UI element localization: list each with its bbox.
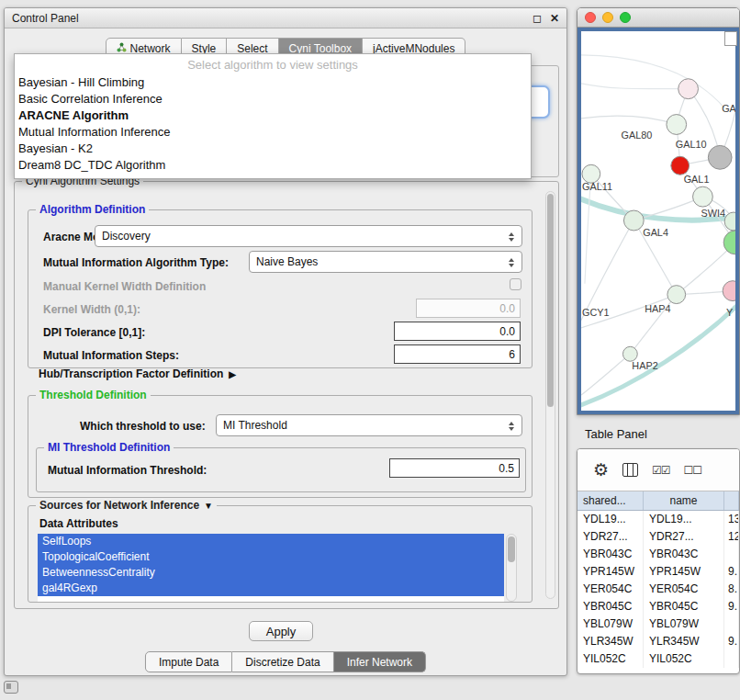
hub-definition-disclosure[interactable]: Hub/Transcription Factor Definition ▶	[39, 367, 236, 380]
table-row[interactable]: YBR045CYBR045C9.	[577, 598, 739, 615]
table-row[interactable]: YBR043CYBR043C	[577, 546, 739, 563]
algorithm-option[interactable]: Bayesian - Hill Climbing	[15, 74, 531, 91]
table-row[interactable]: YDR27...YDR27...12	[577, 528, 739, 546]
network-node[interactable]	[724, 212, 735, 231]
column-header[interactable]: shared...	[577, 491, 644, 510]
tab-infer-network[interactable]: Infer Network	[334, 651, 426, 672]
gear-icon[interactable]: ⚙	[593, 461, 609, 479]
tab-impute-data[interactable]: Impute Data	[145, 651, 232, 672]
sources-group: Sources for Network Inference ▼ Data Att…	[28, 505, 533, 603]
network-window-titlebar	[577, 8, 739, 28]
attribute-item[interactable]: TopologicalCoefficient	[38, 549, 504, 565]
select-all-icon[interactable]: ☑☑	[652, 464, 670, 477]
column-header[interactable]: name	[644, 491, 724, 510]
node-label: Y	[726, 306, 734, 317]
algorithm-option[interactable]: Dream8 DC_TDC Algorithm	[15, 157, 531, 174]
sources-disclosure[interactable]: Sources for Network Inference ▼	[36, 499, 217, 512]
network-edge[interactable]	[581, 55, 724, 108]
data-attributes-label: Data Attributes	[39, 517, 118, 530]
table-toolbar: ⚙ ☑☑ ☐☐	[577, 449, 739, 491]
node-label: GAL	[722, 103, 735, 114]
table-cell: 13	[724, 511, 739, 528]
combobox-stepper-icon	[506, 255, 517, 270]
control-panel-window: Control Panel ◻ ✕ Network Style Select C…	[4, 7, 567, 676]
float-window-icon[interactable]: ◻	[533, 13, 542, 24]
table-cell	[724, 546, 739, 563]
close-window-icon[interactable]: ✕	[550, 13, 559, 24]
network-node[interactable]	[693, 186, 713, 207]
network-graph[interactable]: GALGAL80GAL10GAL11GAL1SWI4GAL4GCY1HAP4HA…	[581, 31, 735, 411]
attribute-item[interactable]: SelfLoops	[38, 534, 504, 549]
sources-title: Sources for Network Inference	[39, 499, 199, 512]
manual-kernel-checkbox[interactable]	[510, 278, 521, 290]
table-cell: YDR27...	[644, 528, 724, 546]
column-selector-icon[interactable]	[622, 463, 638, 477]
table-cell: YIL052C	[644, 650, 724, 668]
tab-discretize-data[interactable]: Discretize Data	[232, 651, 333, 672]
network-node[interactable]	[667, 286, 686, 304]
mi-steps-field[interactable]	[394, 344, 521, 364]
algorithm-option[interactable]: Basic Correlation Inference	[15, 91, 531, 107]
deselect-all-icon[interactable]: ☐☐	[684, 464, 702, 477]
table-row[interactable]: YDL19...YDL19...13	[577, 511, 739, 528]
network-edge[interactable]	[581, 116, 677, 124]
mi-type-combobox[interactable]: Naive Bayes	[249, 251, 522, 273]
minimize-traffic-light-icon[interactable]	[602, 12, 613, 23]
table-row[interactable]: YLR345WYLR345W9.	[577, 633, 739, 650]
table-cell: YDL19...	[577, 511, 644, 528]
network-canvas[interactable]: GALGAL80GAL10GAL11GAL1SWI4GAL4GCY1HAP4HA…	[577, 28, 739, 414]
control-panel-titlebar: Control Panel ◻ ✕	[5, 8, 566, 28]
table-cell: YPR145W	[577, 563, 644, 581]
network-node[interactable]	[708, 145, 732, 169]
network-node[interactable]	[678, 79, 699, 99]
network-node[interactable]	[667, 115, 687, 135]
algorithm-definition-title: Algorithm Definition	[36, 203, 149, 216]
dpi-tolerance-field[interactable]	[394, 322, 521, 341]
table-row[interactable]: YER054CYER054C8.	[577, 581, 739, 598]
hub-definition-label: Hub/Transcription Factor Definition	[39, 367, 223, 380]
mi-threshold-field[interactable]	[389, 458, 520, 478]
table-cell: YER054C	[577, 581, 644, 598]
network-node[interactable]	[723, 281, 735, 301]
algorithm-option[interactable]: Mutual Information Inference	[15, 124, 531, 141]
table-cell: YBR045C	[644, 598, 724, 615]
network-node[interactable]	[671, 156, 690, 175]
attribute-item[interactable]: BetweennessCentrality	[38, 565, 504, 581]
attributes-scrollbar[interactable]	[506, 534, 517, 602]
algorithm-option[interactable]: ARACNE Algorithm	[15, 107, 531, 124]
table-cell: YBL079W	[644, 615, 724, 633]
attribute-item[interactable]: gal4RGexp	[38, 581, 504, 596]
kernel-width-label: Kernel Width (0,1):	[43, 303, 140, 316]
table-cell: YBR043C	[644, 546, 724, 563]
scrollbar-thumb[interactable]	[547, 194, 554, 407]
network-node[interactable]	[723, 231, 735, 254]
which-threshold-combobox[interactable]: MI Threshold	[216, 414, 522, 436]
table-header: shared...name	[577, 491, 739, 511]
table-cell: YPR145W	[644, 563, 724, 581]
settings-scrollbar[interactable]	[545, 191, 555, 599]
kernel-width-field[interactable]	[416, 299, 521, 318]
network-view-window: GALGAL80GAL10GAL11GAL1SWI4GAL4GCY1HAP4HA…	[577, 7, 740, 415]
table-row[interactable]: YIL052CYIL052C	[577, 650, 739, 668]
table-cell: 9.	[724, 598, 739, 615]
close-traffic-light-icon[interactable]	[585, 12, 596, 23]
table-row[interactable]: YPR145WYPR145W9.	[577, 563, 739, 581]
zoom-traffic-light-icon[interactable]	[620, 12, 631, 23]
table-cell: YLR345W	[644, 633, 724, 650]
table-row[interactable]: YBL079WYBL079W	[577, 615, 739, 633]
combobox-stepper-icon	[506, 230, 517, 244]
column-header[interactable]	[724, 491, 739, 510]
network-overview-box[interactable]	[724, 31, 737, 46]
scrollbar-thumb[interactable]	[508, 536, 515, 562]
cyni-settings-group: Cyni Algorithm Settings Algorithm Defini…	[14, 181, 559, 609]
table-cell: 9.	[724, 563, 739, 581]
network-node[interactable]	[623, 210, 644, 231]
apply-button[interactable]: Apply	[249, 621, 313, 641]
network-edge[interactable]	[581, 83, 689, 89]
algorithm-popup: Select algorithm to view settings Bayesi…	[14, 53, 532, 179]
algorithm-option[interactable]: Bayesian - K2	[15, 141, 531, 157]
float-panel-icon[interactable]	[4, 681, 18, 694]
table-cell: YIL052C	[577, 650, 644, 668]
aracne-mode-combobox[interactable]: Discovery	[95, 225, 522, 247]
network-node[interactable]	[622, 346, 637, 361]
